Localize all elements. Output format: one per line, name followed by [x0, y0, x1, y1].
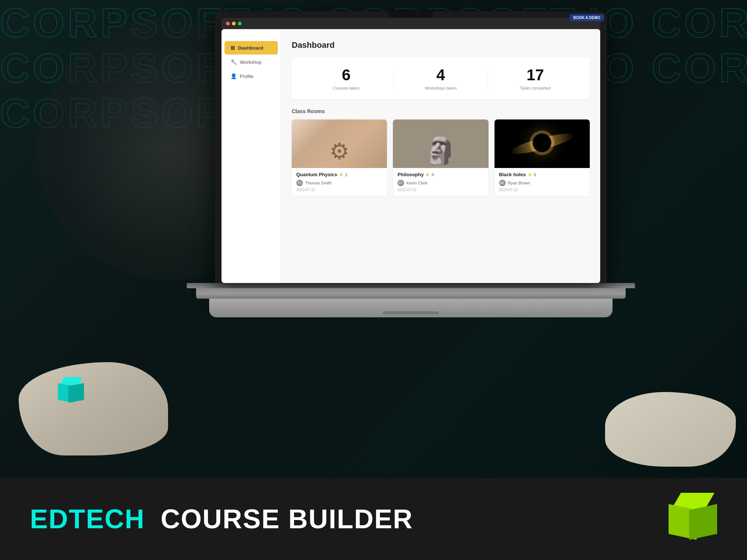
stat-workshops: 4 Workshops taken — [397, 66, 484, 90]
green-cube — [669, 493, 717, 541]
course-image-blackholes — [495, 119, 590, 168]
edtech-label: EDTECH — [30, 504, 145, 534]
bottom-bar: EDTECH COURSE BUILDER — [0, 478, 747, 560]
bottom-title: EDTECH COURSE BUILDER — [30, 504, 413, 534]
laptop-screen-outer: ⊞ Dashboard 🔧 Workshop 👤 Profile BOOK A … — [215, 11, 607, 283]
rock-left — [19, 362, 168, 455]
stats-card: 6 Courses taken 4 Workshops taken 17 Tas… — [292, 57, 590, 99]
course-builder-label: COURSE BUILDER — [152, 504, 413, 534]
sidebar-label-workshop: Workshop — [240, 59, 261, 65]
course-card-quantum[interactable]: Quantum Physics ★ 2 TS Thomas Smith 2023… — [292, 119, 387, 196]
star-count-quantum: 2 — [345, 172, 347, 177]
course-card-body-philosophy: Philosophy ★ 4 KC Kevin Clark 2023-07-21 — [393, 168, 488, 196]
sidebar-item-workshop[interactable]: 🔧 Workshop — [224, 55, 278, 69]
laptop-hinge — [187, 283, 635, 288]
course-title-philosophy: Philosophy ★ 4 — [397, 172, 484, 177]
course-date-blackholes: 2023-07-21 — [499, 188, 585, 192]
avatar-philosophy: KC — [397, 180, 404, 186]
stat-courses: 6 Courses taken — [303, 66, 390, 90]
sidebar-item-profile[interactable]: 👤 Profile — [224, 69, 278, 83]
sidebar-label-dashboard: Dashboard — [238, 45, 263, 51]
course-card-blackholes[interactable]: Black holes ★ 5 RB Ryan Brown 2023-07-21 — [495, 119, 590, 196]
laptop-base — [196, 288, 626, 299]
course-date-quantum: 2023-07-22 — [296, 188, 382, 192]
avatar-quantum: TS — [296, 180, 303, 186]
course-card-body-blackholes: Black holes ★ 5 RB Ryan Brown 2023-07-21 — [495, 168, 590, 196]
classrooms-grid: Quantum Physics ★ 2 TS Thomas Smith 2023… — [292, 119, 590, 196]
profile-icon: 👤 — [230, 73, 237, 79]
course-card-philosophy[interactable]: Philosophy ★ 4 KC Kevin Clark 2023-07-21 — [393, 119, 488, 196]
close-dot — [226, 22, 230, 25]
laptop-notch — [388, 11, 433, 18]
star-count-blackholes: 5 — [534, 172, 536, 177]
cyan-cube-right — [68, 383, 84, 402]
courses-taken-number: 6 — [303, 66, 390, 84]
star-count-philosophy: 4 — [431, 172, 434, 177]
green-cube-right — [689, 504, 717, 540]
cyan-cube — [58, 377, 84, 403]
star-icon-philosophy: ★ — [425, 172, 430, 177]
course-author-philosophy: KC Kevin Clark — [397, 180, 484, 186]
sidebar: ⊞ Dashboard 🔧 Workshop 👤 Profile — [221, 29, 281, 283]
minimize-dot — [232, 22, 236, 25]
tasks-completed-number: 17 — [492, 66, 579, 84]
avatar-blackholes: RB — [499, 180, 506, 186]
star-icon-blackholes: ★ — [528, 172, 532, 177]
course-title-quantum: Quantum Physics ★ 2 — [296, 172, 382, 177]
workshops-taken-number: 4 — [397, 66, 484, 84]
workshops-taken-label: Workshops taken — [397, 86, 484, 90]
page-title: Dashboard — [292, 40, 590, 50]
stat-tasks: 17 Tasks completed — [492, 66, 579, 90]
star-icon-quantum: ★ — [339, 172, 343, 177]
sidebar-label-profile: Profile — [240, 74, 254, 79]
course-author-quantum: TS Thomas Smith — [296, 180, 382, 186]
course-title-blackholes: Black holes ★ 5 — [499, 172, 585, 177]
course-image-quantum — [292, 119, 387, 168]
main-content: BOOK A DEMO Dashboard 6 Courses taken 4 … — [281, 29, 600, 283]
laptop-topbar — [221, 18, 600, 29]
workshop-icon: 🔧 — [230, 59, 237, 65]
rock-right — [605, 392, 736, 467]
dashboard-icon: ⊞ — [230, 45, 235, 51]
course-author-blackholes: RB Ryan Brown — [499, 180, 585, 186]
course-image-philosophy — [393, 119, 488, 168]
courses-taken-label: Courses taken — [303, 86, 390, 90]
screen-content: ⊞ Dashboard 🔧 Workshop 👤 Profile BOOK A … — [221, 29, 600, 283]
stat-divider-2 — [488, 66, 488, 90]
sidebar-item-dashboard[interactable]: ⊞ Dashboard — [224, 41, 278, 55]
laptop-keyboard — [209, 299, 613, 317]
tasks-completed-label: Tasks completed — [492, 86, 579, 90]
course-card-body-quantum: Quantum Physics ★ 2 TS Thomas Smith 2023… — [292, 168, 387, 196]
fullscreen-dot — [238, 22, 242, 25]
laptop: ⊞ Dashboard 🔧 Workshop 👤 Profile BOOK A … — [112, 11, 710, 317]
stat-divider-1 — [393, 66, 394, 90]
course-date-philosophy: 2023-07-21 — [397, 188, 484, 192]
classrooms-section-title: Class Rooms — [292, 108, 590, 114]
